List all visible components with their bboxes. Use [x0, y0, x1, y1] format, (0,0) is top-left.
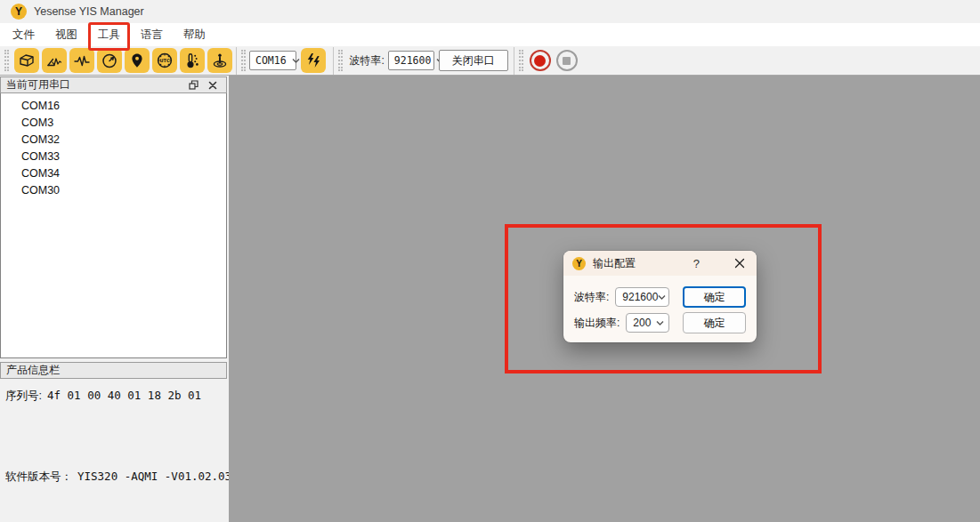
calibration-icon — [211, 52, 229, 69]
dialog-close-button[interactable] — [733, 257, 746, 269]
dialog-baud-select[interactable]: 921600 — [615, 287, 669, 307]
gauge-icon — [101, 52, 118, 69]
serial-number-label: 序列号: — [5, 389, 42, 404]
product-info-body: 序列号: 4f 01 00 40 01 18 2b 01 软件版本号： YIS3… — [0, 379, 227, 485]
chevron-down-icon — [656, 317, 664, 329]
menu-language[interactable]: 语言 — [137, 26, 166, 44]
refresh-ports-button[interactable] — [301, 48, 326, 73]
com-port-value: COM16 — [255, 54, 287, 67]
record-button[interactable] — [530, 50, 551, 71]
port-list-item[interactable]: COM33 — [1, 149, 226, 165]
menu-bar: 文件 视图 工具 语言 帮助 — [0, 23, 980, 46]
product-info-header: 产品信息栏 — [0, 362, 227, 379]
waveform-button[interactable] — [69, 48, 94, 73]
chevron-down-icon — [658, 291, 666, 303]
refresh-ports-icon — [305, 52, 321, 68]
float-panel-button[interactable] — [185, 78, 201, 92]
location-pin-icon — [128, 52, 146, 69]
baud-rate-row: 波特率: 921600 确定 — [574, 287, 746, 307]
dialog-output-rate-label: 输出频率: — [574, 316, 620, 331]
chevron-down-icon — [292, 54, 300, 67]
utc-clock-icon: UTC — [156, 52, 174, 69]
cube-3d-button[interactable] — [14, 48, 39, 73]
software-version-row: 软件版本号： YIS320 -AQMI -V01.02.03; — [5, 470, 222, 485]
gauge-button[interactable] — [97, 48, 122, 73]
stop-button[interactable] — [556, 50, 578, 71]
dialog-baud-label: 波特率: — [574, 290, 609, 305]
serial-number-value: 4f 01 00 40 01 18 2b 01 — [47, 389, 201, 402]
baud-rate-value: 921600 — [394, 54, 432, 67]
panel-title: 当前可用串口 — [6, 77, 70, 92]
stop-icon — [563, 57, 571, 65]
menu-view[interactable]: 视图 — [52, 26, 81, 44]
toolbar-grip[interactable] — [519, 50, 523, 71]
panel-header: 当前可用串口 — [0, 76, 227, 93]
close-serial-button[interactable]: 关闭串口 — [439, 50, 508, 71]
close-panel-button[interactable] — [205, 78, 221, 92]
toolbar-grip[interactable] — [241, 50, 246, 71]
calibration-button[interactable] — [207, 48, 232, 73]
toolbar: UTC COM16 波特率: 921600 关闭串口 — [0, 46, 980, 76]
window-title: Yesense YIS Manager — [34, 5, 144, 18]
dialog-baud-value: 921600 — [622, 291, 658, 303]
product-info-title: 产品信息栏 — [6, 363, 60, 378]
menu-tools[interactable]: 工具 — [94, 26, 124, 44]
dialog-help-button[interactable]: ? — [692, 257, 701, 270]
toolbar-separator — [236, 47, 237, 75]
baud-confirm-button[interactable]: 确定 — [683, 286, 746, 308]
serial-number-row: 序列号: 4f 01 00 40 01 18 2b 01 — [5, 389, 222, 404]
port-list: COM16 COM3 COM32 COM33 COM34 COM30 — [0, 93, 227, 358]
port-list-item[interactable]: COM32 — [1, 132, 226, 149]
app-logo-icon: Y — [11, 4, 27, 20]
waveform-icon — [73, 52, 91, 69]
thermometer-button[interactable] — [180, 48, 205, 73]
location-pin-button[interactable] — [125, 48, 150, 73]
title-bar: Y Yesense YIS Manager — [0, 0, 980, 23]
com-port-select[interactable]: COM16 — [249, 51, 296, 70]
software-version-label: 软件版本号： — [5, 470, 72, 485]
record-icon — [534, 55, 546, 67]
thermometer-icon — [183, 52, 201, 69]
cube-3d-icon — [18, 52, 36, 69]
svg-text:UTC: UTC — [159, 58, 169, 63]
port-list-item[interactable]: COM16 — [1, 98, 226, 115]
port-list-item[interactable]: COM3 — [1, 115, 226, 132]
app-window: Y Yesense YIS Manager 文件 视图 工具 语言 帮助 UTC — [0, 0, 980, 522]
output-rate-confirm-button[interactable]: 确定 — [683, 312, 746, 333]
baud-rate-label: 波特率: — [350, 53, 385, 68]
toolbar-grip[interactable] — [338, 50, 343, 71]
menu-file[interactable]: 文件 — [9, 26, 38, 44]
dialog-title-bar[interactable]: Y 输出配置 ? — [563, 251, 757, 276]
dialog-output-rate-value: 200 — [633, 317, 651, 329]
output-config-dialog: Y 输出配置 ? 波特率: 921600 确定 输出频率: 200 — [563, 251, 757, 342]
utc-clock-button[interactable]: UTC — [152, 48, 177, 73]
menu-help[interactable]: 帮助 — [180, 26, 209, 44]
dialog-output-rate-select[interactable]: 200 — [626, 313, 669, 333]
attitude-wave-button[interactable] — [42, 48, 67, 73]
toolbar-separator — [514, 47, 514, 75]
dialog-title: 输出配置 — [593, 256, 636, 271]
baud-rate-select[interactable]: 921600 — [388, 51, 434, 70]
serial-port-panel: 当前可用串口 COM16 COM3 COM32 COM33 COM34 COM3… — [0, 76, 229, 522]
attitude-wave-icon — [45, 52, 63, 69]
port-list-item[interactable]: COM30 — [1, 182, 226, 199]
output-rate-row: 输出频率: 200 确定 — [574, 313, 746, 333]
port-list-item[interactable]: COM34 — [1, 165, 226, 182]
toolbar-grip[interactable] — [4, 50, 9, 71]
software-version-value: YIS320 -AQMI -V01.02.03; — [77, 470, 239, 483]
app-logo-icon: Y — [572, 257, 586, 270]
toolbar-separator — [333, 47, 334, 75]
